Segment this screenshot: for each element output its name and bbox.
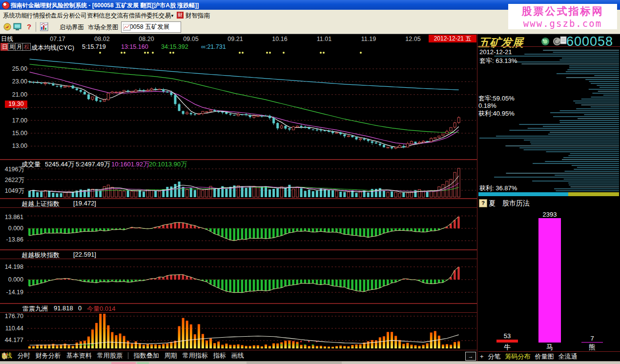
taskbar-fragment — [137, 362, 149, 364]
tab-common-indicators[interactable]: 常用指标 — [183, 351, 208, 360]
main-candlestick-chart[interactable] — [0, 47, 477, 160]
statusbar-separator — [128, 352, 128, 359]
event-marker-dot — [283, 52, 285, 54]
date-tick: 08.02 — [89, 36, 115, 42]
launch-button[interactable]: 启动界面 — [60, 23, 84, 32]
event-marker-dot — [99, 52, 101, 54]
lz-tick: 110.44 — [1, 325, 23, 332]
stock-tab[interactable]: 600058 五矿发展 — [121, 21, 181, 33]
event-marker-dot — [266, 52, 268, 54]
sh-tick: 13.861 — [1, 214, 23, 221]
tab-chip-distribution[interactable]: 筹码分布 — [505, 352, 531, 361]
chart-tool-icon[interactable] — [40, 22, 48, 31]
menu-info[interactable]: 信息交流 — [99, 12, 123, 20]
trapped-top: 套牢: 63.13% — [479, 57, 517, 65]
sector-tick: 14.198 — [1, 263, 23, 270]
market-overview-button[interactable]: 市场全景图 — [88, 23, 119, 32]
tab-indicator[interactable]: 指标 — [213, 351, 226, 360]
taskbar-strip — [0, 361, 620, 364]
horse-bar — [538, 218, 561, 343]
lz-header: 雷震九洲 91.818 0 今量0.014 — [0, 304, 477, 312]
season-label: 夏 — [489, 199, 496, 208]
date-tick: 09.05 — [178, 36, 204, 42]
plus-icon[interactable]: + — [480, 353, 484, 360]
lock-icon[interactable] — [1, 352, 7, 359]
tab-drawline[interactable]: 画线 — [231, 351, 244, 360]
volume-ma5: 5:2497.49万 — [76, 160, 110, 169]
chip-distribution-chart[interactable] — [477, 47, 620, 192]
volume-tick: 1049万 — [1, 187, 24, 195]
tab-stocks[interactable]: 常用股票 — [97, 351, 123, 360]
app-icon — [2, 1, 10, 9]
event-marker-dot — [152, 52, 154, 54]
volume-ma20: 20:1013.90万 — [149, 160, 187, 169]
menu-caizhi[interactable]: 财智指南 — [186, 12, 210, 20]
sh-excess-header: 超越上证指数 [19.472] — [0, 200, 477, 207]
volume-chart[interactable] — [0, 168, 477, 198]
legend-mainf: ∞:21.731 — [201, 43, 226, 50]
legend-ma13: 13:15.160 — [121, 43, 148, 50]
help-icon[interactable]: ? — [27, 22, 31, 31]
tab-fenbi[interactable]: 分笔 — [488, 352, 501, 361]
sh-tick: 0.000 — [1, 225, 23, 232]
date-tick: 10.16 — [267, 36, 292, 42]
event-marker-dot — [323, 52, 325, 54]
tab-price-volume[interactable]: 价量图 — [535, 352, 554, 361]
sh-excess-value: [19.472] — [73, 200, 96, 207]
profit-ratio-bar — [568, 192, 619, 196]
sector-tick: 0.000 — [1, 276, 23, 283]
tab-finance[interactable]: 财务分析 — [36, 351, 61, 360]
sector-excess-value: [22.591] — [73, 251, 96, 258]
last-price-flag: 19.30 — [5, 101, 27, 108]
menu-plugins[interactable]: 有偿插件 — [123, 12, 147, 20]
compass-icon[interactable] — [3, 23, 12, 31]
volume-header: 成交量 5245.44万 5:2497.49万 10:1601.92万 20:1… — [0, 160, 477, 167]
panel-separator — [0, 249, 477, 250]
tab-overlay[interactable]: 指数叠加 — [134, 351, 159, 360]
lz-chart[interactable] — [0, 313, 477, 350]
event-marker-dot — [121, 52, 123, 54]
turtle-icon[interactable] — [541, 37, 550, 46]
period-rights-button[interactable]: 权 — [22, 43, 31, 51]
next-page-button[interactable]: → — [465, 352, 476, 361]
date-tick: 08.20 — [134, 36, 159, 42]
event-marker-dot — [320, 52, 322, 54]
volume-tick: 2622万 — [1, 176, 24, 184]
chevron-down-icon[interactable]: ▼ — [170, 14, 174, 18]
legend-ma34: 34:15.392 — [161, 43, 188, 50]
sector-excess-chart[interactable] — [0, 259, 477, 303]
menu-company[interactable]: 公司资料 — [75, 12, 99, 20]
toolbar-separator — [36, 22, 36, 32]
document-icon[interactable] — [560, 36, 567, 44]
event-marker-dot — [169, 52, 171, 54]
panel-separator — [0, 303, 477, 304]
chip-date: 2012-12-21 — [479, 48, 512, 56]
status-bar: K线 分时 财务分析 基本资料 常用股票 指数叠加 周期 常用指标 指标 画线 — [0, 350, 478, 361]
date-tick: 11.01 — [311, 36, 337, 42]
menu-analysis[interactable]: 盘后分析 — [51, 12, 75, 20]
mini-chart-icon — [123, 24, 131, 31]
tab-period[interactable]: 周期 — [165, 351, 177, 360]
help-icon[interactable]: ? — [479, 199, 487, 207]
lz-v2: 0 — [78, 304, 82, 312]
tab-fenshi[interactable]: 分时 — [18, 351, 30, 360]
calendar-title: 股市历法 — [502, 199, 530, 208]
date-tick: 11.19 — [356, 36, 381, 42]
menu-system[interactable]: 系统功能 — [3, 12, 27, 20]
tab-basic[interactable]: 基本资料 — [66, 351, 92, 360]
panel-separator — [0, 198, 477, 199]
date-tick: 07.17 — [45, 36, 70, 42]
sh-excess-chart[interactable] — [0, 208, 477, 249]
menu-quotes[interactable]: 行情报价 — [27, 12, 51, 20]
menu-trade[interactable]: 委托交易 — [146, 12, 171, 20]
tab-full-float[interactable]: 全流通 — [558, 352, 578, 361]
lz-tick: 176.70 — [1, 313, 23, 320]
monitor-icon[interactable] — [13, 23, 21, 31]
window-title: 指南针金融理财风险控制系统 - [600058 五矿发展 翻页[沪市A股 涨跌幅… — [11, 1, 199, 10]
event-marker-dot — [124, 52, 125, 54]
bull-label: 牛 — [496, 343, 518, 352]
event-marker-dot — [242, 52, 244, 54]
legend-ma5: 5:15.719 — [82, 43, 106, 50]
horse-label: 马 — [538, 343, 561, 352]
event-marker-dot — [360, 52, 362, 54]
